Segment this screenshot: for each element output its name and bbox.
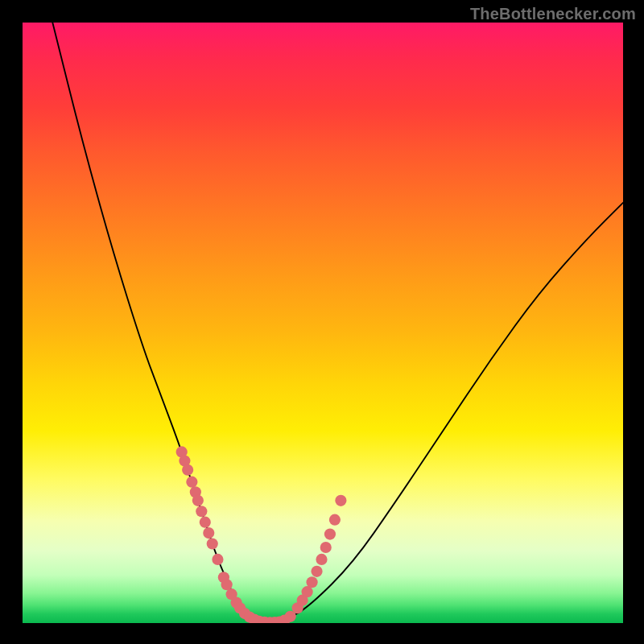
marker-dot — [192, 495, 204, 506]
marker-dot — [324, 529, 336, 540]
marker-group — [176, 446, 347, 623]
marker-dot — [320, 542, 332, 553]
plot-area — [23, 23, 623, 623]
curve-path — [52, 23, 623, 622]
marker-dot — [311, 566, 322, 577]
marker-dot — [182, 464, 193, 476]
marker-dot — [316, 554, 327, 565]
marker-dot — [306, 576, 317, 588]
marker-dot — [212, 554, 223, 565]
marker-dot — [196, 506, 207, 517]
chart-svg — [23, 23, 623, 623]
source-attribution: TheBottlenecker.com — [470, 5, 636, 23]
chart-container: TheBottlenecker.com — [0, 0, 644, 644]
marker-dot — [186, 477, 197, 488]
marker-dot — [335, 495, 346, 506]
marker-dot — [329, 514, 341, 526]
marker-dot — [203, 527, 214, 539]
marker-dot — [207, 538, 218, 549]
marker-dot — [200, 517, 211, 528]
